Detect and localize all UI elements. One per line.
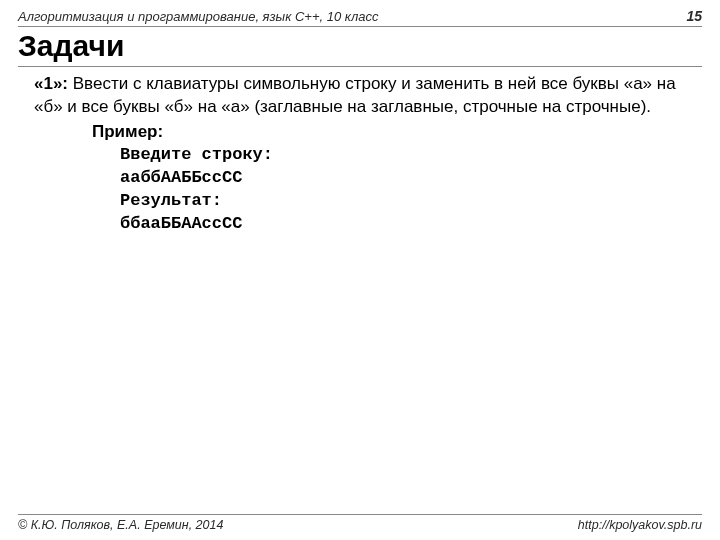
slide-page: Алгоритмизация и программирование, язык … [0,0,720,540]
example-lines: Введите строку: ааббААББссСС Результат: … [92,144,702,236]
example-line-3: Результат: [120,190,702,213]
task-marker: «1»: [34,74,68,93]
course-title: Алгоритмизация и программирование, язык … [18,9,378,24]
task-text: Ввести с клавиатуры символьную строку и … [34,74,676,116]
page-title: Задачи [18,29,702,63]
task-block: «1»: Ввести с клавиатуры символьную стро… [18,73,702,236]
example-label: Пример: [92,121,702,144]
page-number: 15 [686,8,702,24]
title-rule [18,66,702,67]
source-url[interactable]: http://kpolyakov.spb.ru [578,518,702,532]
example-line-1: Введите строку: [120,144,702,167]
copyright-text: © К.Ю. Поляков, Е.А. Еремин, 2014 [18,518,223,532]
example-line-2: ааббААББссСС [120,167,702,190]
footer-bar: © К.Ю. Поляков, Е.А. Еремин, 2014 http:/… [18,514,702,532]
example-line-4: ббааББААссСС [120,213,702,236]
header-bar: Алгоритмизация и программирование, язык … [18,8,702,27]
task-body: Пример: Введите строку: ааббААББссСС Рез… [34,121,702,236]
